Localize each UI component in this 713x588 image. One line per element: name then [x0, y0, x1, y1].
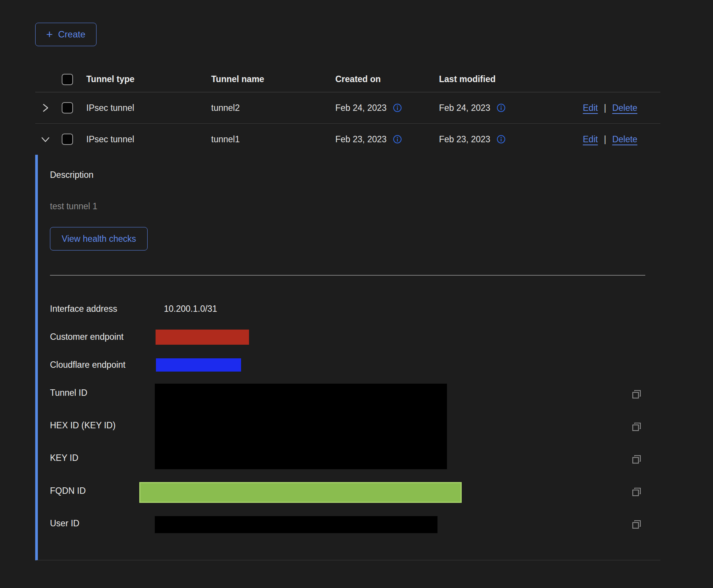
- detail-label: Interface address: [50, 304, 117, 314]
- create-button-label: Create: [58, 29, 86, 40]
- header-created-on: Created on: [335, 74, 439, 84]
- view-health-checks-button[interactable]: View health checks: [50, 227, 148, 250]
- detail-label: FQDN ID: [50, 486, 86, 496]
- detail-label: KEY ID: [50, 453, 78, 463]
- cell-tunnel-name: tunnel2: [211, 103, 335, 113]
- chevron-right-icon[interactable]: [40, 103, 50, 113]
- copy-icon[interactable]: [630, 518, 643, 530]
- table-header-row: Tunnel type Tunnel name Created on Last …: [35, 67, 660, 92]
- table-row: IPsec tunnel tunnel1 Feb 23, 2023 Feb 23…: [35, 124, 660, 155]
- delete-link[interactable]: Delete: [612, 103, 637, 113]
- detail-label: HEX ID (KEY ID): [50, 420, 115, 431]
- copy-icon[interactable]: [630, 486, 643, 498]
- cell-tunnel-name: tunnel1: [211, 134, 335, 145]
- edit-link[interactable]: Edit: [583, 134, 598, 145]
- cell-tunnel-type: IPsec tunnel: [86, 134, 211, 145]
- actions-separator: |: [604, 103, 606, 113]
- description-label: Description: [50, 170, 93, 180]
- redacted-cloudflare-endpoint: [156, 358, 241, 372]
- table-row: IPsec tunnel tunnel2 Feb 24, 2023 Feb 24…: [35, 92, 660, 124]
- detail-label: Customer endpoint: [50, 332, 123, 342]
- select-all-checkbox[interactable]: [62, 74, 73, 85]
- header-tunnel-type: Tunnel type: [86, 74, 211, 84]
- info-icon[interactable]: [497, 103, 506, 112]
- delete-link[interactable]: Delete: [612, 134, 637, 145]
- copy-icon[interactable]: [630, 421, 643, 433]
- create-button[interactable]: + Create: [35, 23, 97, 46]
- info-icon[interactable]: [393, 103, 402, 112]
- detail-label: Tunnel ID: [50, 388, 87, 398]
- description-value: test tunnel 1: [50, 201, 97, 212]
- detail-label: User ID: [50, 518, 79, 529]
- header-last-modified: Last modified: [439, 74, 583, 84]
- tunnels-table: Tunnel type Tunnel name Created on Last …: [35, 67, 660, 155]
- section-divider: [50, 275, 645, 275]
- cell-created-on: Feb 23, 2023: [335, 134, 387, 145]
- redacted-customer-endpoint: [156, 330, 249, 345]
- info-icon[interactable]: [393, 135, 402, 144]
- copy-icon[interactable]: [630, 388, 643, 400]
- chevron-down-icon[interactable]: [40, 134, 50, 144]
- redacted-fqdn-id: [139, 482, 462, 503]
- detail-label: Cloudflare endpoint: [50, 360, 125, 370]
- copy-icon[interactable]: [630, 453, 643, 465]
- edit-link[interactable]: Edit: [583, 103, 598, 113]
- actions-separator: |: [604, 134, 606, 145]
- header-tunnel-name: Tunnel name: [211, 74, 335, 84]
- cell-tunnel-type: IPsec tunnel: [86, 103, 211, 113]
- plus-icon: +: [46, 29, 53, 40]
- redacted-ids-block: [155, 384, 447, 469]
- cell-last-modified: Feb 24, 2023: [439, 103, 490, 113]
- view-health-checks-label: View health checks: [62, 234, 136, 244]
- info-icon[interactable]: [497, 135, 506, 144]
- cell-last-modified: Feb 23, 2023: [439, 134, 490, 145]
- select-row-checkbox[interactable]: [62, 134, 73, 145]
- select-row-checkbox[interactable]: [62, 102, 73, 114]
- cell-created-on: Feb 24, 2023: [335, 103, 387, 113]
- expanded-row-panel: Description test tunnel 1 View health ch…: [35, 155, 660, 560]
- redacted-user-id: [155, 516, 437, 533]
- interface-address-value: 10.200.1.0/31: [164, 304, 217, 314]
